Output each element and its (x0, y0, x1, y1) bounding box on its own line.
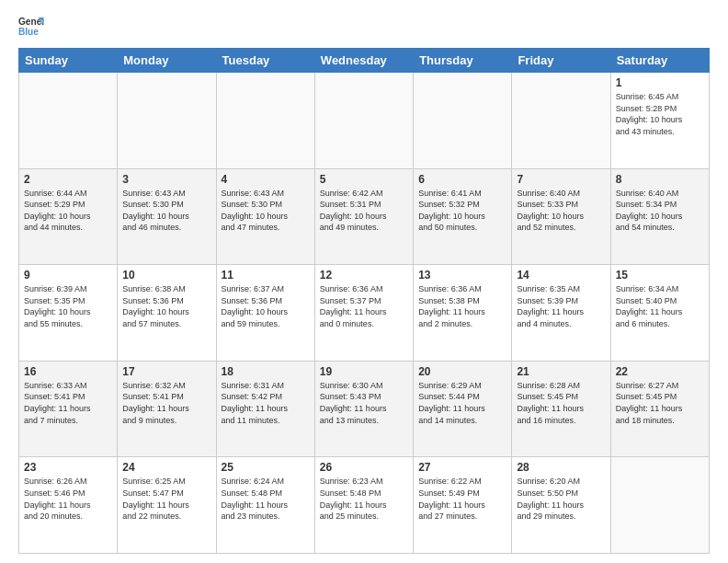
day-info: Sunrise: 6:43 AM Sunset: 5:30 PM Dayligh… (122, 188, 210, 234)
calendar-cell: 12Sunrise: 6:36 AM Sunset: 5:37 PM Dayli… (314, 265, 413, 362)
calendar-cell (314, 73, 413, 169)
day-info: Sunrise: 6:26 AM Sunset: 5:46 PM Dayligh… (24, 476, 112, 522)
calendar-cell: 25Sunrise: 6:24 AM Sunset: 5:48 PM Dayli… (216, 457, 314, 554)
day-info: Sunrise: 6:32 AM Sunset: 5:41 PM Dayligh… (122, 380, 210, 426)
day-number: 26 (320, 461, 408, 474)
calendar-cell: 22Sunrise: 6:27 AM Sunset: 5:45 PM Dayli… (610, 361, 709, 457)
day-info: Sunrise: 6:22 AM Sunset: 5:49 PM Dayligh… (418, 476, 506, 522)
day-number: 5 (320, 173, 408, 186)
day-info: Sunrise: 6:36 AM Sunset: 5:38 PM Dayligh… (418, 283, 506, 329)
day-info: Sunrise: 6:40 AM Sunset: 5:34 PM Dayligh… (616, 188, 704, 234)
day-number: 17 (122, 365, 210, 378)
calendar-cell (512, 73, 610, 169)
page: General Blue SundayMondayTuesdayWednesda… (0, 0, 728, 563)
day-number: 22 (616, 365, 704, 378)
calendar-cell: 19Sunrise: 6:30 AM Sunset: 5:43 PM Dayli… (314, 361, 413, 457)
day-info: Sunrise: 6:33 AM Sunset: 5:41 PM Dayligh… (24, 380, 112, 426)
day-info: Sunrise: 6:44 AM Sunset: 5:29 PM Dayligh… (24, 188, 112, 234)
day-info: Sunrise: 6:23 AM Sunset: 5:48 PM Dayligh… (320, 476, 408, 522)
day-number: 13 (418, 269, 506, 282)
calendar-cell: 13Sunrise: 6:36 AM Sunset: 5:38 PM Dayli… (414, 265, 512, 362)
calendar-cell: 3Sunrise: 6:43 AM Sunset: 5:30 PM Daylig… (118, 168, 216, 265)
day-info: Sunrise: 6:25 AM Sunset: 5:47 PM Dayligh… (122, 476, 210, 522)
calendar-cell (216, 73, 314, 169)
calendar-cell: 28Sunrise: 6:20 AM Sunset: 5:50 PM Dayli… (512, 457, 610, 554)
day-number: 25 (222, 461, 310, 474)
day-number: 1 (616, 76, 704, 89)
day-number: 9 (24, 269, 112, 282)
day-info: Sunrise: 6:24 AM Sunset: 5:48 PM Dayligh… (222, 476, 310, 522)
weekday-sunday: Sunday (19, 49, 118, 73)
calendar-cell: 18Sunrise: 6:31 AM Sunset: 5:42 PM Dayli… (216, 361, 314, 457)
calendar-week-row: 23Sunrise: 6:26 AM Sunset: 5:46 PM Dayli… (19, 457, 710, 554)
weekday-tuesday: Tuesday (216, 49, 314, 73)
day-info: Sunrise: 6:30 AM Sunset: 5:43 PM Dayligh… (320, 380, 408, 426)
header: General Blue (18, 15, 710, 40)
calendar-table: SundayMondayTuesdayWednesdayThursdayFrid… (18, 48, 710, 554)
day-info: Sunrise: 6:31 AM Sunset: 5:42 PM Dayligh… (222, 380, 310, 426)
day-number: 19 (320, 365, 408, 378)
calendar-cell: 1Sunrise: 6:45 AM Sunset: 5:28 PM Daylig… (610, 73, 709, 169)
calendar-cell: 17Sunrise: 6:32 AM Sunset: 5:41 PM Dayli… (118, 361, 216, 457)
calendar-cell: 5Sunrise: 6:42 AM Sunset: 5:31 PM Daylig… (314, 168, 413, 265)
day-number: 16 (24, 365, 112, 378)
weekday-thursday: Thursday (414, 49, 512, 73)
svg-text:Blue: Blue (18, 27, 39, 37)
logo: General Blue (18, 15, 44, 40)
day-number: 20 (418, 365, 506, 378)
day-number: 3 (122, 173, 210, 186)
day-info: Sunrise: 6:39 AM Sunset: 5:35 PM Dayligh… (24, 283, 112, 329)
day-number: 6 (418, 173, 506, 186)
calendar-cell: 23Sunrise: 6:26 AM Sunset: 5:46 PM Dayli… (19, 457, 118, 554)
day-info: Sunrise: 6:45 AM Sunset: 5:28 PM Dayligh… (616, 91, 704, 137)
day-number: 28 (517, 461, 605, 474)
calendar-cell: 8Sunrise: 6:40 AM Sunset: 5:34 PM Daylig… (610, 168, 709, 265)
calendar-cell (610, 457, 709, 554)
weekday-monday: Monday (118, 49, 216, 73)
calendar-week-row: 9Sunrise: 6:39 AM Sunset: 5:35 PM Daylig… (19, 265, 710, 362)
day-number: 12 (320, 269, 408, 282)
calendar-week-row: 1Sunrise: 6:45 AM Sunset: 5:28 PM Daylig… (19, 73, 710, 169)
day-number: 4 (222, 173, 310, 186)
weekday-saturday: Saturday (610, 49, 709, 73)
calendar-cell: 4Sunrise: 6:43 AM Sunset: 5:30 PM Daylig… (216, 168, 314, 265)
calendar-cell (118, 73, 216, 169)
calendar-cell: 10Sunrise: 6:38 AM Sunset: 5:36 PM Dayli… (118, 265, 216, 362)
day-number: 8 (616, 173, 704, 186)
day-number: 15 (616, 269, 704, 282)
day-number: 18 (222, 365, 310, 378)
day-number: 10 (122, 269, 210, 282)
calendar-cell: 26Sunrise: 6:23 AM Sunset: 5:48 PM Dayli… (314, 457, 413, 554)
day-info: Sunrise: 6:42 AM Sunset: 5:31 PM Dayligh… (320, 188, 408, 234)
calendar-week-row: 2Sunrise: 6:44 AM Sunset: 5:29 PM Daylig… (19, 168, 710, 265)
day-info: Sunrise: 6:27 AM Sunset: 5:45 PM Dayligh… (616, 380, 704, 426)
day-number: 21 (517, 365, 605, 378)
day-info: Sunrise: 6:20 AM Sunset: 5:50 PM Dayligh… (517, 476, 605, 522)
calendar-cell: 11Sunrise: 6:37 AM Sunset: 5:36 PM Dayli… (216, 265, 314, 362)
day-number: 27 (418, 461, 506, 474)
calendar-cell: 9Sunrise: 6:39 AM Sunset: 5:35 PM Daylig… (19, 265, 118, 362)
calendar-cell: 27Sunrise: 6:22 AM Sunset: 5:49 PM Dayli… (414, 457, 512, 554)
calendar-cell: 2Sunrise: 6:44 AM Sunset: 5:29 PM Daylig… (19, 168, 118, 265)
day-info: Sunrise: 6:38 AM Sunset: 5:36 PM Dayligh… (122, 283, 210, 329)
calendar-cell: 7Sunrise: 6:40 AM Sunset: 5:33 PM Daylig… (512, 168, 610, 265)
weekday-header-row: SundayMondayTuesdayWednesdayThursdayFrid… (19, 49, 710, 73)
day-info: Sunrise: 6:40 AM Sunset: 5:33 PM Dayligh… (517, 188, 605, 234)
day-info: Sunrise: 6:34 AM Sunset: 5:40 PM Dayligh… (616, 283, 704, 329)
day-info: Sunrise: 6:37 AM Sunset: 5:36 PM Dayligh… (222, 283, 310, 329)
day-info: Sunrise: 6:28 AM Sunset: 5:45 PM Dayligh… (517, 380, 605, 426)
calendar-cell: 21Sunrise: 6:28 AM Sunset: 5:45 PM Dayli… (512, 361, 610, 457)
day-info: Sunrise: 6:35 AM Sunset: 5:39 PM Dayligh… (517, 283, 605, 329)
day-number: 24 (122, 461, 210, 474)
day-info: Sunrise: 6:36 AM Sunset: 5:37 PM Dayligh… (320, 283, 408, 329)
calendar-week-row: 16Sunrise: 6:33 AM Sunset: 5:41 PM Dayli… (19, 361, 710, 457)
day-number: 14 (517, 269, 605, 282)
logo-icon: General Blue (18, 15, 44, 40)
calendar-cell: 15Sunrise: 6:34 AM Sunset: 5:40 PM Dayli… (610, 265, 709, 362)
day-number: 23 (24, 461, 112, 474)
calendar-cell: 16Sunrise: 6:33 AM Sunset: 5:41 PM Dayli… (19, 361, 118, 457)
day-number: 2 (24, 173, 112, 186)
calendar-cell (414, 73, 512, 169)
weekday-friday: Friday (512, 49, 610, 73)
day-number: 11 (222, 269, 310, 282)
